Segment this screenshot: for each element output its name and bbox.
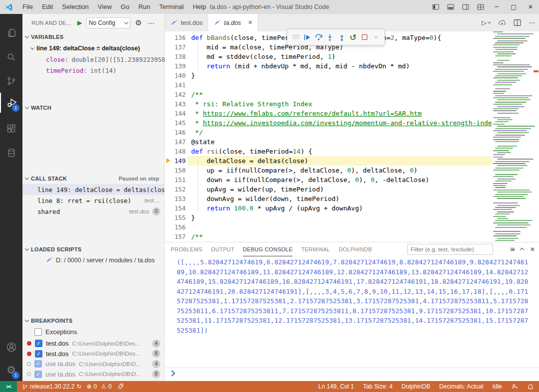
maximize-panel-icon[interactable] <box>521 246 524 253</box>
code-line[interactable]: 157/** <box>165 232 492 241</box>
breakpoint-row[interactable]: ✓test.dosC:\Users\DolphinDB\Des...8 <box>22 349 164 359</box>
section-breakpoints[interactable]: BREAKPOINTS <box>22 315 164 326</box>
code-line[interactable]: 150up = iif(nullCompare(>, deltaClose, 0… <box>165 166 492 175</box>
menu-help[interactable]: Help <box>188 3 211 10</box>
section-watch[interactable]: WATCH <box>22 102 164 113</box>
drag-handle[interactable]: ⠿⠿ <box>290 31 300 43</box>
section-loaded-scripts[interactable]: LOADED SCRIPTS <box>22 244 164 255</box>
start-debug-icon[interactable]: ▶ <box>77 19 82 26</box>
sidebar-item-explorer[interactable] <box>0 23 22 43</box>
console-filter[interactable] <box>407 244 493 255</box>
call-stack-frame[interactable]: sharedtest.dos0 <box>22 206 164 217</box>
code-line[interactable]: 141 <box>165 80 492 90</box>
filter-input[interactable] <box>408 246 493 252</box>
code-line[interactable]: 144 * https://www.fmlabs.com/reference/d… <box>165 109 492 118</box>
toggle-secondary-sidebar-icon[interactable] <box>462 3 469 10</box>
loaded-script-row[interactable]: D: / 0000 / server / modules / ta.dos <box>22 255 164 266</box>
section-call-stack[interactable]: CALL STACK Paused on step <box>22 173 164 184</box>
variable-row[interactable]: close:double[20]([51.2389223958… <box>46 54 169 65</box>
continue-button[interactable] <box>302 31 312 43</box>
code-line[interactable]: 156 <box>165 222 492 232</box>
maximize-button[interactable]: □ <box>505 0 522 14</box>
menu-selection[interactable]: Selection <box>57 3 93 10</box>
panel-tab-terminal[interactable]: TERMINAL <box>301 242 330 256</box>
settings-button[interactable]: ⚙ 1 <box>0 360 22 380</box>
more-actions-icon[interactable]: ⋯ <box>529 19 535 26</box>
close-panel-icon[interactable]: ✕ <box>530 246 535 253</box>
toggle-sidebar-icon[interactable] <box>432 3 439 10</box>
tab-test.dos[interactable]: test.dos <box>165 14 208 31</box>
debug-launch-item[interactable] <box>117 383 124 390</box>
upload-icon[interactable] <box>498 19 506 27</box>
account-button[interactable] <box>0 337 22 357</box>
code-line[interactable]: 148def rsi(close, timePeriod=14) { <box>165 147 492 156</box>
sidebar-more-icon[interactable]: ⋯ <box>148 19 155 27</box>
customize-layout-icon[interactable] <box>477 3 484 10</box>
code-line[interactable]: 147@state <box>165 137 492 147</box>
notifications-bell-icon[interactable] <box>527 383 534 390</box>
panel-tab-debug-console[interactable]: DEBUG CONSOLE <box>243 242 293 256</box>
code-line[interactable]: 152upAvg = wilder(up, timePeriod) <box>165 185 492 194</box>
minimap[interactable] <box>492 31 533 242</box>
panel-tab-dolphindb[interactable]: DOLPHINDB <box>338 242 372 256</box>
code-line[interactable]: 139return (mid + nbdevUp * md, mid, mid … <box>165 61 492 71</box>
code-line[interactable]: 142/** <box>165 90 492 99</box>
sidebar-item-run-and-debug[interactable]: 1 <box>0 93 22 113</box>
sidebar-item-search[interactable] <box>0 47 22 67</box>
variables-scope-row[interactable]: line 149: deltaClose = deltas(close) <box>22 43 164 54</box>
split-editor-icon[interactable] <box>514 19 521 26</box>
tab-size[interactable]: Tab Size: 4 <box>363 383 392 390</box>
code-line[interactable]: 151down = iif(nullCompare(>, deltaClose,… <box>165 175 492 185</box>
debug-settings-gear-icon[interactable]: ⚙ <box>135 18 142 27</box>
breakpoint-checkbox[interactable]: ✓ <box>35 350 42 358</box>
restart-button[interactable]: ↺ <box>348 31 358 43</box>
step-into-button[interactable] <box>325 31 335 43</box>
code-line[interactable]: 146 */ <box>165 128 492 137</box>
code-editor[interactable]: 136def bBands(close, timePeriod=5, nbdev… <box>165 31 492 242</box>
code-line[interactable]: 155} <box>165 213 492 222</box>
sidebar-item-source-control[interactable] <box>0 71 22 91</box>
breakpoint-checkbox[interactable]: ✓ <box>34 371 42 378</box>
close-button[interactable]: ✕ <box>522 0 539 14</box>
call-stack-frame[interactable]: line 149: deltaClose = deltas(close <box>22 184 164 195</box>
run-file-button[interactable]: ▷ <box>482 19 491 26</box>
breakpoint-row[interactable]: ✓use ta.dosC:\Users\DolphinDB\D...8 <box>22 369 164 380</box>
exceptions-checkbox[interactable] <box>34 328 42 336</box>
more-debug-actions[interactable] <box>371 31 381 43</box>
menu-edit[interactable]: Edit <box>37 3 57 10</box>
minimize-button[interactable]: ─ <box>488 0 505 14</box>
breakpoint-checkbox[interactable]: ✓ <box>35 340 42 347</box>
panel-tab-output[interactable]: OUTPUT <box>211 242 235 256</box>
code-line[interactable]: 154return 100.0 * upAvg / (upAvg + downA… <box>165 203 492 213</box>
code-line[interactable]: 143 * rsi: Relative Strength Index <box>165 99 492 109</box>
panel-tab-problems[interactable]: PROBLEMS <box>171 242 203 256</box>
menu-view[interactable]: View <box>93 3 116 10</box>
code-line[interactable]: 149deltaClose = deltas(close) <box>165 156 492 166</box>
close-tab-icon[interactable]: ✕ <box>248 19 253 26</box>
call-stack-frame[interactable]: line 8: rret = rsi(close)test.... <box>22 195 164 206</box>
breakpoint-checkbox[interactable]: ✓ <box>34 360 42 368</box>
step-over-button[interactable] <box>313 31 323 43</box>
toggle-panel-icon[interactable] <box>447 3 454 10</box>
code-line[interactable]: 140} <box>165 71 492 80</box>
debug-config-select[interactable]: No Config <box>86 17 130 28</box>
menu-run[interactable]: Run <box>134 3 155 10</box>
feedback-icon[interactable] <box>511 383 518 390</box>
code-line[interactable]: 145 * https://www.investopedia.com/inves… <box>165 118 492 128</box>
sidebar-item-database[interactable] <box>0 143 22 163</box>
tab-ta.dos[interactable]: ta.dos✕ <box>208 14 258 31</box>
problems-item[interactable]: ⊗ 0 ⚠ 0 <box>86 383 111 390</box>
sidebar-item-extensions[interactable] <box>0 119 22 139</box>
clear-console-icon[interactable]: ≡✕ <box>510 246 514 253</box>
server-state[interactable]: Idle <box>493 383 502 390</box>
variable-row[interactable]: timePeriod:int(14) <box>46 65 116 76</box>
code-line[interactable]: 138md = stddev(close, timePeriod, 1) <box>165 52 492 61</box>
code-line[interactable]: 153downAvg = wilder(down, timePeriod) <box>165 194 492 203</box>
menu-file[interactable]: File <box>18 3 37 10</box>
branch-item[interactable]: release1.30.22.2 ↻ <box>22 383 81 390</box>
menu-go[interactable]: Go <box>116 3 134 10</box>
exceptions-row[interactable]: Exceptions <box>22 326 164 337</box>
breakpoint-row[interactable]: ✓use ta.dosC:\Users\DolphinDB\D...4 <box>22 359 164 369</box>
language-mode[interactable]: DolphinDB <box>402 383 430 390</box>
cursor-position[interactable]: Ln 149, Col 1 <box>318 383 354 390</box>
